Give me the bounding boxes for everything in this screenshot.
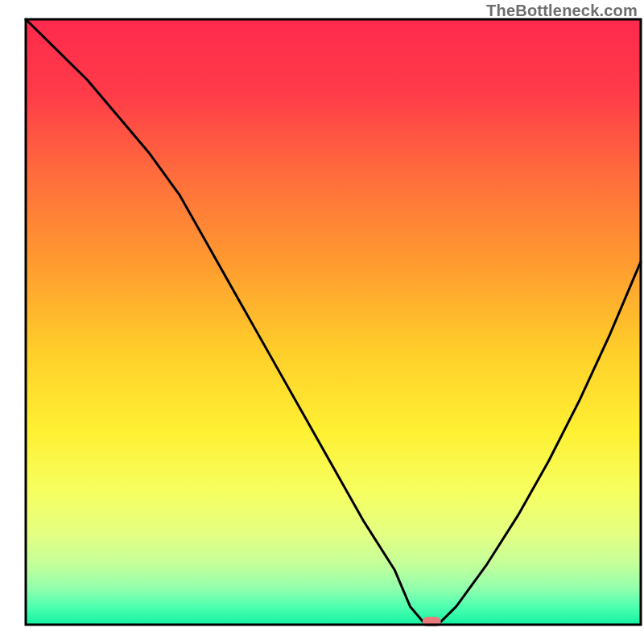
watermark-label: TheBottleneck.com — [486, 2, 638, 20]
bottleneck-chart — [0, 0, 644, 644]
plot-background — [26, 19, 641, 625]
